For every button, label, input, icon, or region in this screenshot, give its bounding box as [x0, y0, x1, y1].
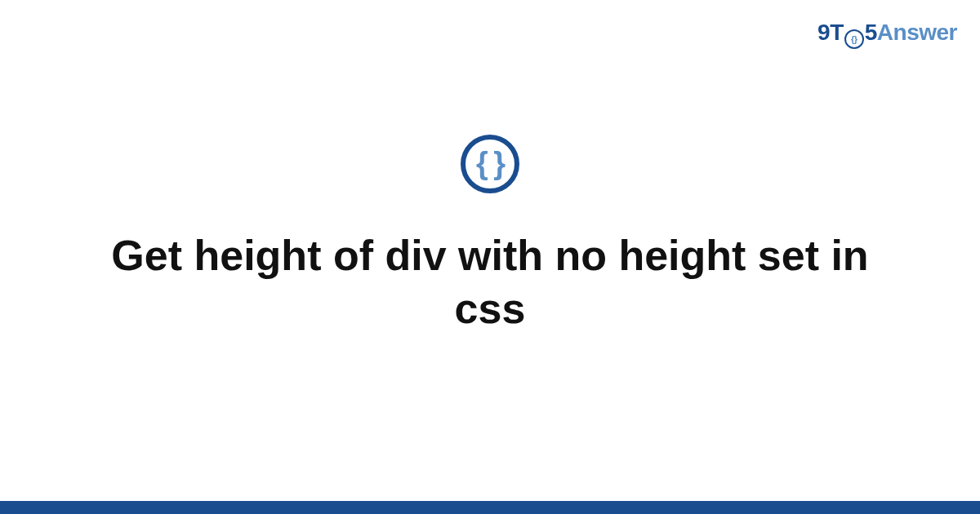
- page-title: Get height of div with no height set in …: [82, 229, 898, 335]
- main-content: { } Get height of div with no height set…: [0, 0, 980, 502]
- css-category-icon: { }: [461, 135, 519, 193]
- footer-bar: [0, 501, 980, 514]
- braces-icon: { }: [476, 146, 504, 181]
